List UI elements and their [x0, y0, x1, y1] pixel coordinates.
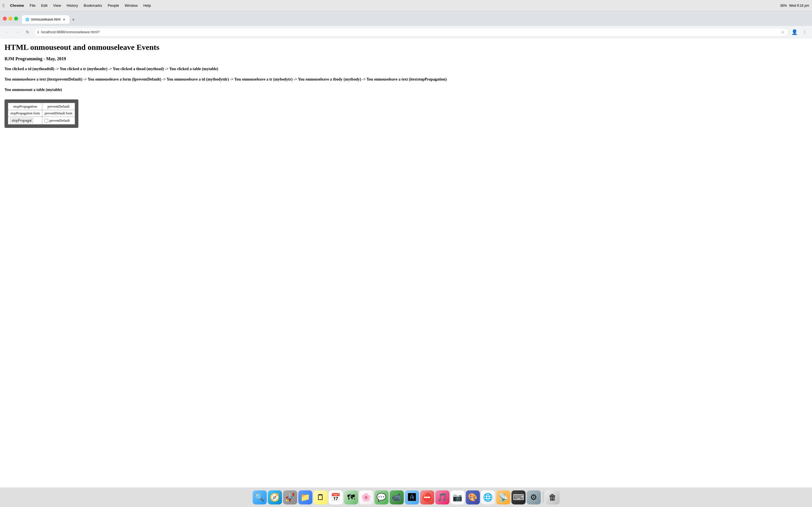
tab-close-button[interactable]: ✕ — [62, 17, 66, 21]
title-bar: 🌐 onmouseleave.html ✕ + — [0, 11, 812, 26]
td-prevent-default-form: preventDefault form — [42, 110, 75, 117]
demo-table-wrapper: stopPropagation preventDefault stopPropa… — [4, 100, 79, 128]
td-stop-propagation-input — [8, 117, 42, 124]
menu-history[interactable]: History — [64, 3, 80, 8]
maximize-button[interactable] — [14, 17, 18, 20]
address-bar[interactable]: ℹ localhost:8888/onmouseleave.html? ☆ — [34, 28, 788, 36]
menu-edit[interactable]: Edit — [39, 3, 50, 8]
active-tab[interactable]: 🌐 onmouseleave.html ✕ — [22, 15, 69, 24]
traffic-lights — [3, 17, 18, 20]
menu-chrome[interactable]: Chrome — [8, 3, 26, 8]
td-stop-propagation-form: stopPropagation form — [8, 110, 42, 117]
demo-table: stopPropagation preventDefault stopPropa… — [8, 103, 75, 124]
prevent-default-label: preventDefault — [49, 119, 70, 123]
chrome-window: 🌐 onmouseleave.html ✕ + ← → ↻ ℹ localhos… — [0, 11, 812, 487]
table-row-2: preventDefault — [8, 117, 75, 124]
new-tab-button[interactable]: + — [69, 16, 77, 24]
tab-bar: 🌐 onmouseleave.html ✕ + — [22, 13, 809, 24]
table-head: stopPropagation preventDefault — [8, 103, 75, 110]
menu-window[interactable]: Window — [122, 3, 140, 8]
url-text: localhost:8888/onmouseleave.html? — [41, 30, 779, 34]
checkbox-cell: preventDefault — [45, 119, 72, 123]
battery-status: 36% — [780, 4, 787, 8]
page-title: HTML onmouseout and onmouseleave Events — [4, 43, 808, 52]
close-button[interactable] — [3, 17, 7, 20]
reload-button[interactable]: ↻ — [24, 28, 32, 36]
menu-people[interactable]: People — [105, 3, 121, 8]
table-body: stopPropagation form preventDefault form… — [8, 110, 75, 124]
apple-menu[interactable]:  — [3, 3, 4, 8]
table-header-row: stopPropagation preventDefault — [8, 103, 75, 110]
prevent-default-checkbox[interactable] — [45, 119, 48, 122]
td-prevent-default-checkbox: preventDefault — [42, 117, 75, 124]
nav-bar: ← → ↻ ℹ localhost:8888/onmouseleave.html… — [0, 26, 812, 38]
clock: Wed 9:16 pm — [789, 4, 809, 8]
th-stop-propagation: stopPropagation — [8, 103, 42, 110]
tab-favicon: 🌐 — [26, 18, 29, 21]
forward-button[interactable]: → — [13, 28, 21, 36]
menu-bookmarks[interactable]: Bookmarks — [82, 3, 104, 8]
menu-bar:  Chrome File Edit View History Bookmark… — [0, 0, 812, 11]
th-prevent-default: preventDefault — [42, 103, 75, 110]
event-text-1: You clicked a td (mytheadtdl) -> You cli… — [4, 66, 808, 72]
menu-file[interactable]: File — [28, 3, 38, 8]
menu-bar-right: 36% Wed 9:16 pm — [780, 4, 809, 8]
menu-help[interactable]: Help — [141, 3, 153, 8]
more-options-button[interactable]: ⋮ — [801, 28, 809, 36]
tab-label: onmouseleave.html — [31, 17, 60, 21]
lock-icon: ℹ — [38, 30, 39, 34]
back-button[interactable]: ← — [3, 28, 11, 36]
page-content: HTML onmouseout and onmouseleave Events … — [0, 38, 812, 487]
bookmark-star[interactable]: ☆ — [781, 30, 784, 34]
user-avatar[interactable]: 👤 — [791, 28, 799, 36]
stop-propagation-input[interactable] — [10, 118, 33, 123]
event-text-2: You onmouseleave a text (itextpreventDef… — [4, 76, 808, 82]
menu-view[interactable]: View — [51, 3, 63, 8]
event2-content: You onmouseleave a text (itextpreventDef… — [4, 77, 447, 81]
event-text-3: You onmouseout a table (mytable) — [4, 87, 808, 93]
table-row-1: stopPropagation form preventDefault form — [8, 110, 75, 117]
page-subtitle: RJM Programming - May, 2019 — [4, 56, 808, 61]
minimize-button[interactable] — [8, 17, 12, 20]
